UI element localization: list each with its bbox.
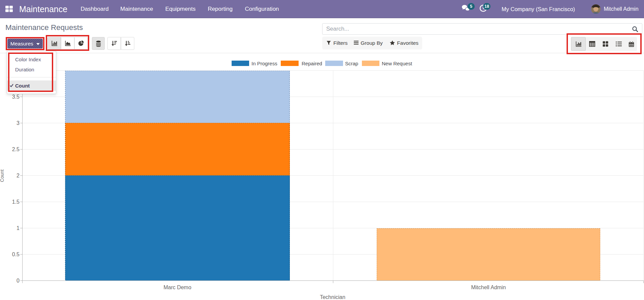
svg-text:1.5: 1.5 xyxy=(12,199,20,205)
svg-text:Scrap: Scrap xyxy=(345,61,358,66)
svg-text:3: 3 xyxy=(16,120,20,126)
svg-text:Technician: Technician xyxy=(320,294,345,300)
svg-text:2.5: 2.5 xyxy=(12,146,20,152)
svg-text:New Request: New Request xyxy=(382,61,412,66)
svg-text:1: 1 xyxy=(16,225,20,231)
svg-text:Count: Count xyxy=(0,169,5,182)
svg-text:3.5: 3.5 xyxy=(12,94,20,100)
svg-text:Marc Demo: Marc Demo xyxy=(164,285,192,290)
svg-text:0.5: 0.5 xyxy=(12,252,20,257)
svg-text:Mitchell Admin: Mitchell Admin xyxy=(471,285,506,290)
svg-text:0: 0 xyxy=(16,278,20,284)
svg-text:2: 2 xyxy=(16,173,20,178)
svg-text:Repaired: Repaired xyxy=(302,61,322,66)
svg-text:In Progress: In Progress xyxy=(251,61,277,66)
